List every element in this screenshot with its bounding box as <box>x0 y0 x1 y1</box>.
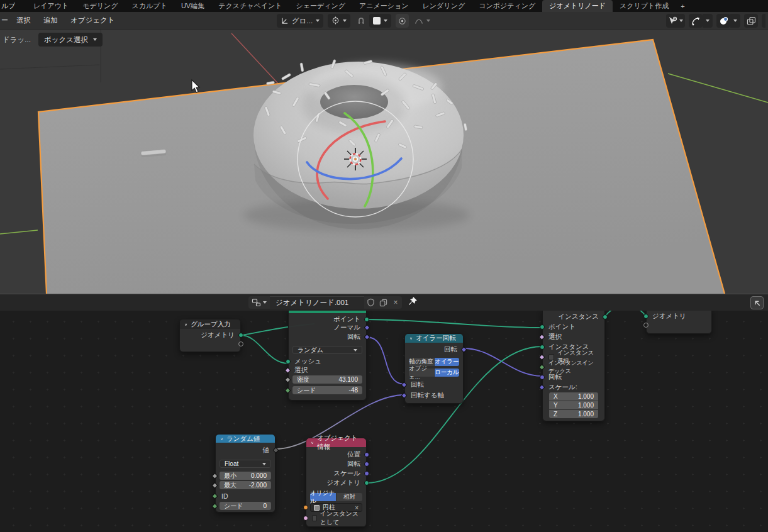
node-title: ランダム値 <box>226 435 260 443</box>
distribute-method-dropdown[interactable]: ランダム <box>292 346 362 354</box>
socket-label: スケール <box>333 469 360 478</box>
cursor-3d <box>344 148 367 170</box>
tab-scripting[interactable]: スクリプト作成 <box>613 0 676 12</box>
scale-y-field[interactable]: Y1.000 <box>549 401 598 409</box>
gizmos-toggle[interactable] <box>689 14 703 28</box>
geometry-output-socket[interactable] <box>238 333 243 338</box>
object-input-socket[interactable] <box>303 505 308 510</box>
tab-rendering[interactable]: レンダリング <box>416 0 472 12</box>
xray-toggle[interactable] <box>744 14 758 28</box>
topbar: ルプ レイアウト モデリング スカルプト UV編集 テクスチャペイント シェーデ… <box>0 0 768 12</box>
node-instance-on-points[interactable]: インスタンス ポイント 選択 インスタンス インスタンス選択 インスタンスインデ… <box>542 311 605 421</box>
add-menu[interactable]: 追加 <box>38 14 63 27</box>
node-editor-canvas[interactable]: ∨グループ入力 ジオメトリ ポイント ノーマル 回転 ランダム メッシュ 選択 … <box>0 311 768 532</box>
tab-modeling[interactable]: モデリング <box>75 0 125 12</box>
chevron-down-icon <box>426 19 430 22</box>
instance-input-socket[interactable] <box>540 345 545 350</box>
checkbox-label: インスタンスとして <box>320 509 360 527</box>
proportional-editing-toggle[interactable] <box>396 14 409 28</box>
pivot-point-dropdown[interactable] <box>328 14 350 28</box>
points-output-socket[interactable] <box>364 317 369 322</box>
node-distribute-points[interactable]: ポイント ノーマル 回転 ランダム メッシュ 選択 密度43.100 シード-4… <box>288 311 367 401</box>
virtual-socket[interactable] <box>643 323 648 328</box>
tab-animation[interactable]: アニメーション <box>352 0 416 12</box>
data-type-dropdown[interactable]: Float <box>220 460 271 468</box>
geometry-input-socket[interactable] <box>643 314 648 319</box>
show-object-types-dropdown[interactable] <box>666 14 685 28</box>
original-button[interactable]: オリジナル <box>310 493 336 501</box>
cursor-eye-icon <box>668 16 677 25</box>
tool-label: ドラッ... <box>3 35 31 45</box>
as-instance-checkbox[interactable] <box>312 515 317 521</box>
unlink-button[interactable]: × <box>389 296 402 309</box>
points-input-socket[interactable] <box>540 324 545 330</box>
y-axis-line-right <box>668 74 768 103</box>
node-tree-icon <box>252 298 261 307</box>
node-group-input[interactable]: ∨グループ入力 ジオメトリ <box>179 319 241 352</box>
tab-layout[interactable]: レイアウト <box>26 0 75 12</box>
transform-orientation-dropdown[interactable]: グロ... <box>277 14 323 28</box>
help-menu-clipped[interactable]: ルプ <box>1 1 15 11</box>
relative-button[interactable]: 相対 <box>337 493 362 501</box>
chevron-down-icon <box>316 19 320 22</box>
gizmos-dropdown[interactable] <box>703 14 713 28</box>
fake-user-shield-button[interactable] <box>364 296 377 309</box>
node-rotate-euler[interactable]: ∨オイラー回転 回転 軸の角度オイラー オブジェ...ローカル 回転 回転する軸 <box>404 333 464 404</box>
geometry-output-socket[interactable] <box>364 480 369 485</box>
chevron-down-icon <box>384 19 387 22</box>
tab-uv-editing[interactable]: UV編集 <box>174 0 211 12</box>
mesh-data-icon <box>314 505 320 511</box>
node-editor-header: ジオメトリノード.001 × <box>0 294 768 311</box>
max-field[interactable]: 最大-2.000 <box>220 481 271 489</box>
tab-texture-paint[interactable]: テクスチャペイント <box>211 0 289 12</box>
location-output-socket[interactable] <box>364 452 369 457</box>
local-button[interactable]: ローカル <box>435 369 460 377</box>
scale-z-field[interactable]: Z1.000 <box>549 410 598 418</box>
pin-button[interactable] <box>408 296 418 309</box>
seed-field[interactable]: シード-48 <box>292 386 362 394</box>
new-copy-button[interactable] <box>377 296 389 309</box>
socket-label: インスタンス <box>559 313 599 321</box>
view-menu-clipped[interactable]: ー <box>1 16 8 25</box>
rotation-input-socket[interactable] <box>540 375 545 380</box>
select-menu[interactable]: 選択 <box>11 14 36 27</box>
node-random-value[interactable]: ∨ランダム値 値 Float 最小0.000 最大-2.000 ID シード0 <box>215 434 275 513</box>
socket-label: ポイント <box>333 315 360 324</box>
instances-output-socket[interactable] <box>603 314 608 319</box>
snap-target-dropdown[interactable] <box>369 14 391 28</box>
rotation-output-socket[interactable] <box>364 462 369 467</box>
viewport-3d[interactable]: ドラッ... ボックス選択 <box>0 30 768 294</box>
scale-output-socket[interactable] <box>364 471 369 476</box>
tab-sculpting[interactable]: スカルプト <box>125 0 174 12</box>
object-menu[interactable]: オブジェクト <box>65 14 120 27</box>
chevron-down-icon <box>343 19 347 22</box>
blender-window: ルプ レイアウト モデリング スカルプト UV編集 テクスチャペイント シェーデ… <box>0 0 768 532</box>
virtual-socket[interactable] <box>238 341 243 346</box>
mesh-input-socket[interactable] <box>286 359 291 364</box>
add-workspace-button[interactable]: + <box>676 0 689 12</box>
density-field[interactable]: 密度43.100 <box>292 375 362 384</box>
tab-shading[interactable]: シェーディング <box>289 0 353 12</box>
scale-x-field[interactable]: X1.000 <box>549 392 598 401</box>
overlays-toggle[interactable] <box>716 14 730 28</box>
workspace-tabs: レイアウト モデリング スカルプト UV編集 テクスチャペイント シェーディング… <box>26 0 690 12</box>
node-tree-browse-button[interactable] <box>248 296 270 309</box>
as-instance-input-socket[interactable] <box>303 516 308 521</box>
tab-compositing[interactable]: コンポジティング <box>472 0 542 12</box>
overlays-dropdown[interactable] <box>730 14 740 28</box>
snap-toggle[interactable] <box>355 14 367 28</box>
socket-label: 選択 <box>294 366 308 375</box>
go-to-parent-button[interactable] <box>750 296 764 309</box>
tab-geometry-nodes[interactable]: ジオメトリノード <box>542 0 613 12</box>
min-field[interactable]: 最小0.000 <box>220 472 271 480</box>
node-group-output[interactable]: ジオメトリ <box>646 311 712 334</box>
proportional-falloff-dropdown[interactable] <box>411 14 434 28</box>
node-object-info[interactable]: ∨オブジェクト情報 位置 回転 スケール ジオメトリ オリジナル相対 円柱 × … <box>306 438 367 527</box>
shield-icon <box>367 298 375 307</box>
shading-mode-clipped[interactable] <box>762 14 765 28</box>
euler-button[interactable]: オイラー <box>435 358 460 366</box>
node-tree-name-field[interactable]: ジオメトリノード.001 <box>270 296 364 309</box>
select-tool-dropdown[interactable]: ボックス選択 <box>38 33 103 47</box>
object-button[interactable]: オブジェ... <box>409 369 434 377</box>
seed-field[interactable]: シード0 <box>220 502 271 510</box>
